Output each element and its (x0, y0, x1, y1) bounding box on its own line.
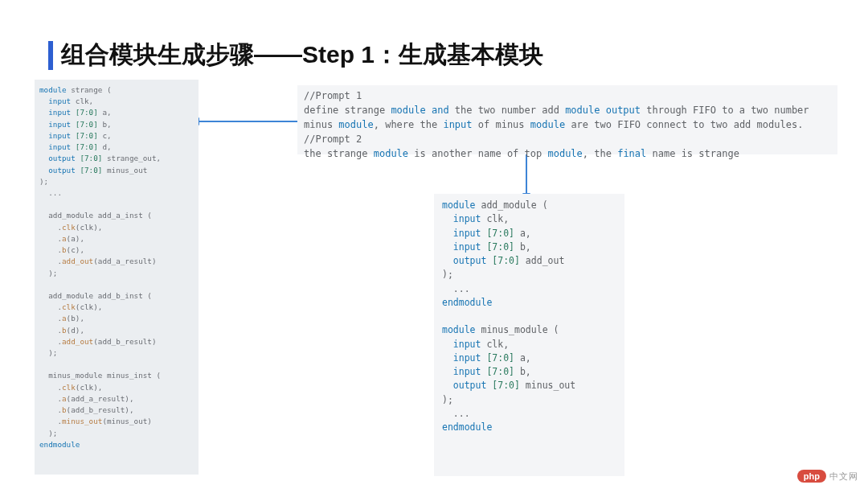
prompt-line: //Prompt 1 (304, 88, 831, 103)
prompt-line: //Prompt 2 (304, 132, 831, 146)
prompt-line: define strange module and the two number… (304, 103, 831, 117)
right-code-block: module add_module ( input clk, input [7:… (434, 194, 624, 476)
watermark-text: 中文网 (829, 471, 858, 483)
left-code-block: module strange ( input clk, input [7:0] … (35, 80, 199, 475)
prompt-line: the strange module is another name of to… (304, 146, 831, 161)
slide-heading: 组合模块生成步骤——Step 1：生成基本模块 (48, 39, 543, 72)
watermark-pill: php (797, 470, 826, 483)
arrow-prompt-to-left (199, 121, 297, 122)
heading-accent-bar (48, 41, 53, 70)
watermark: php 中文网 (797, 470, 858, 483)
prompt-code-block: //Prompt 1 define strange module and the… (297, 85, 837, 154)
prompt-line: minus module, where the input of minus m… (304, 117, 831, 132)
heading-title: 组合模块生成步骤——Step 1：生成基本模块 (61, 39, 543, 72)
